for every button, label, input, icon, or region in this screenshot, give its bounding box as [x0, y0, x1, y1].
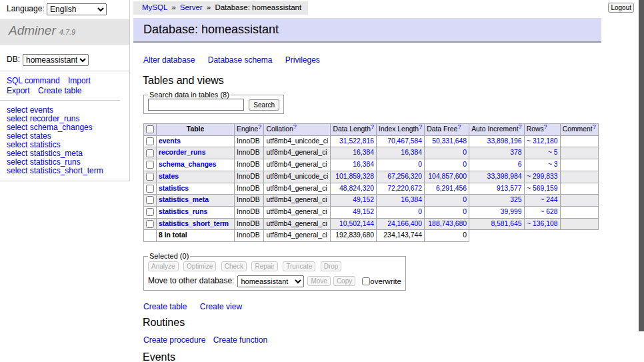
auto-increment-help-link[interactable]: ?	[519, 125, 522, 133]
auto-increment-link[interactable]: 33,898,196	[487, 137, 522, 145]
data-free-link[interactable]: 104,857,600	[428, 173, 467, 180]
engine-cell: InnoDB	[235, 195, 264, 207]
data-free-link[interactable]: 50,331,648	[432, 137, 467, 145]
data-free-link[interactable]: 0	[463, 196, 467, 203]
index-length-link[interactable]: 16,384	[401, 149, 422, 156]
db-label: DB:	[7, 55, 20, 64]
table-link[interactable]: states	[159, 173, 179, 180]
alter-database-link[interactable]: Alter database	[143, 55, 195, 65]
data-length-help-link[interactable]: ?	[371, 125, 374, 133]
privileges-link[interactable]: Privileges	[285, 55, 320, 65]
sidebar-link-sql-command[interactable]: SQL command	[7, 76, 60, 85]
index-length-link[interactable]: 72,220,672	[387, 185, 422, 192]
breadcrumb-server[interactable]: Server	[180, 3, 203, 11]
db-select[interactable]: homeassistant	[23, 54, 89, 66]
data-free-link[interactable]: 0	[463, 161, 467, 168]
selected-legend: Selected (0)	[148, 252, 190, 260]
rows-link[interactable]: ~ 136,108	[527, 220, 558, 227]
collation-cell: utf8mb4_general_ci	[264, 183, 331, 195]
sidebar-link-export[interactable]: Export	[7, 86, 30, 95]
row-checkbox[interactable]	[146, 149, 154, 157]
rows-link[interactable]: ~ 569,159	[527, 185, 558, 192]
sidebar-link-create-table[interactable]: Create table	[38, 86, 81, 95]
data-length-link[interactable]: 49,152	[353, 196, 374, 203]
database-schema-link[interactable]: Database schema	[208, 55, 273, 65]
table-link[interactable]: recorder_runs	[159, 149, 205, 156]
create-procedure-link[interactable]: Create procedure	[143, 335, 205, 345]
create-function-link[interactable]: Create function	[213, 335, 267, 345]
sidebar-select-statistics-short-term[interactable]: select statistics_short_term	[7, 167, 129, 175]
row-checkbox[interactable]	[146, 220, 154, 228]
select-all-checkbox[interactable]	[146, 125, 154, 133]
auto-increment-link[interactable]: 39,999	[501, 208, 522, 215]
table-link[interactable]: events	[159, 137, 181, 145]
table-link[interactable]: statistics_runs	[159, 208, 207, 215]
total-engine: InnoDB	[235, 230, 264, 242]
index-length-link[interactable]: 24,166,400	[387, 220, 422, 227]
data-length-link[interactable]: 31,522,816	[339, 137, 374, 145]
auto-increment-link[interactable]: 6	[518, 161, 522, 168]
search-fieldset: Search data in tables (8) Search	[143, 91, 284, 114]
search-input[interactable]	[148, 99, 244, 111]
row-checkbox[interactable]	[146, 161, 154, 169]
comment-help-link[interactable]: ?	[593, 125, 596, 133]
data-length-link[interactable]: 49,152	[353, 208, 374, 215]
app-title: Adminer4.7.9	[0, 19, 129, 45]
check-button: Check	[221, 261, 247, 271]
table-link[interactable]: schema_changes	[159, 161, 217, 168]
row-checkbox[interactable]	[146, 185, 154, 193]
create-links: Create table Create view	[143, 302, 644, 311]
breadcrumb-mysql[interactable]: MySQL	[142, 3, 167, 11]
row-checkbox[interactable]	[146, 173, 154, 181]
engine-help-link[interactable]: ?	[258, 125, 261, 133]
rows-link[interactable]: ~ 299,833	[527, 173, 558, 180]
auto-increment-link[interactable]: 913,577	[497, 185, 522, 192]
overwrite-checkbox[interactable]	[362, 277, 370, 285]
index-length-link[interactable]: 67,256,320	[387, 173, 422, 180]
row-checkbox[interactable]	[146, 137, 154, 145]
rows-link[interactable]: ~ 244	[540, 196, 557, 203]
rows-link[interactable]: ~ 3	[548, 161, 558, 168]
data-length-link[interactable]: 16,384	[353, 161, 374, 168]
row-checkbox[interactable]	[146, 196, 154, 204]
data-free-help-link[interactable]: ?	[457, 125, 461, 133]
rows-link[interactable]: ~ 628	[540, 208, 557, 215]
index-length-link[interactable]: 16,384	[401, 196, 422, 203]
data-free-link[interactable]: 0	[463, 208, 467, 215]
data-free-link[interactable]: 6,291,456	[436, 185, 467, 192]
table-link[interactable]: statistics	[159, 185, 189, 192]
row-checkbox[interactable]	[146, 208, 154, 216]
col-data-free: Data Free?	[425, 124, 469, 136]
data-length-link[interactable]: 10,502,144	[339, 220, 374, 227]
sidebar-link-import[interactable]: Import	[68, 76, 91, 85]
index-length-link[interactable]: 70,467,584	[387, 137, 422, 145]
auto-increment-link[interactable]: 8,581,645	[491, 220, 521, 227]
engine-cell: InnoDB	[235, 159, 264, 171]
rows-help-link[interactable]: ?	[544, 125, 547, 133]
collation-help-link[interactable]: ?	[293, 125, 297, 133]
data-length-link[interactable]: 101,859,328	[335, 173, 374, 180]
scrollbar[interactable]	[639, 0, 644, 331]
create-view-link[interactable]: Create view	[200, 302, 242, 311]
collation-cell: utf8mb4_general_ci	[264, 147, 331, 159]
create-table-link[interactable]: Create table	[143, 302, 187, 311]
index-length-help-link[interactable]: ?	[419, 125, 422, 133]
search-button[interactable]: Search	[249, 99, 279, 111]
logout-button[interactable]: Logout	[608, 3, 634, 13]
index-length-link[interactable]: 0	[418, 208, 422, 215]
data-length-link[interactable]: 48,824,320	[339, 185, 374, 192]
breadcrumb: MySQL » Server » Database: homeassistant	[133, 1, 308, 15]
auto-increment-link[interactable]: 33,398,984	[487, 173, 522, 180]
table-link[interactable]: statistics_meta	[159, 196, 209, 203]
language-select[interactable]: English	[47, 3, 107, 15]
rows-link[interactable]: ~ 312,180	[527, 137, 558, 145]
data-free-link[interactable]: 188,743,680	[428, 220, 467, 227]
table-link[interactable]: statistics_short_term	[159, 220, 229, 227]
auto-increment-link[interactable]: 325	[510, 196, 521, 203]
auto-increment-link[interactable]: 378	[510, 149, 521, 156]
data-length-link[interactable]: 16,384	[353, 149, 374, 156]
data-free-link[interactable]: 0	[463, 149, 467, 156]
index-length-link[interactable]: 0	[418, 161, 422, 168]
rows-link[interactable]: ~ 5	[548, 149, 558, 156]
move-db-select[interactable]: homeassistant	[237, 275, 304, 287]
